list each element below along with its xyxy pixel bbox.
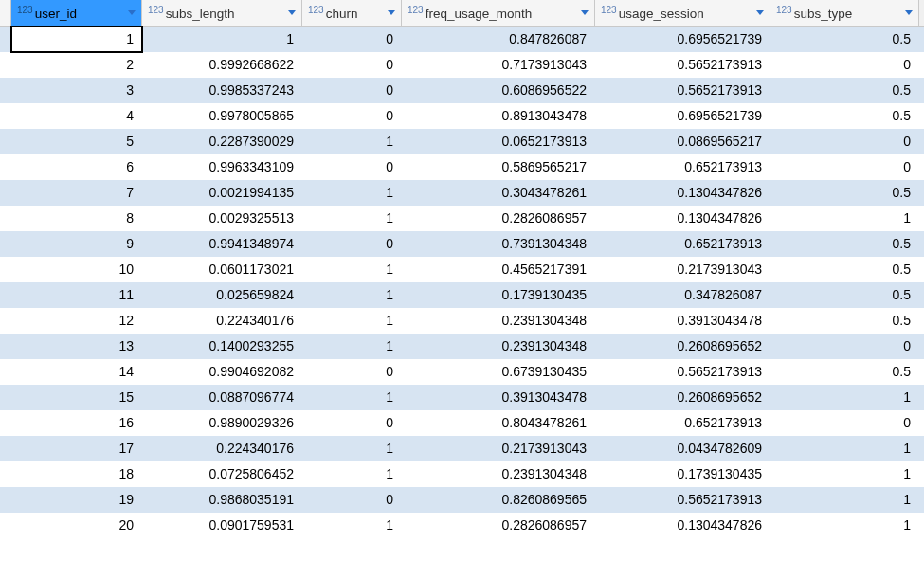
cell-usage_session[interactable]: 0.652173913	[595, 410, 770, 436]
cell-user_id[interactable]: 19	[11, 487, 142, 513]
cell-usage_session[interactable]: 0.347826087	[595, 282, 770, 308]
cell-churn[interactable]: 0	[302, 27, 402, 52]
cell-subs_length[interactable]: 0.9992668622	[142, 52, 302, 78]
cell-freq_usage_month[interactable]: 0.2826086957	[402, 513, 595, 538]
cell-freq_usage_month[interactable]: 0.6739130435	[402, 359, 595, 385]
cell-subs_type[interactable]: 0.5	[770, 359, 919, 385]
cell-user_id[interactable]: 15	[11, 385, 142, 410]
table-row[interactable]: 130.140029325510.23913043480.26086956520	[0, 334, 924, 359]
cell-churn[interactable]: 1	[302, 129, 402, 154]
cell-freq_usage_month[interactable]: 0.8260869565	[402, 487, 595, 513]
cell-subs_length[interactable]: 0.224340176	[142, 308, 302, 334]
table-row[interactable]: 90.994134897400.73913043480.6521739130.5	[0, 231, 924, 257]
cell-subs_length[interactable]: 0.0601173021	[142, 257, 302, 282]
cell-churn[interactable]: 0	[302, 154, 402, 180]
cell-user_id[interactable]: 11	[11, 282, 142, 308]
cell-user_id[interactable]: 2	[11, 52, 142, 78]
cell-subs_length[interactable]: 0.0725806452	[142, 461, 302, 487]
cell-subs_length[interactable]: 0.9978005865	[142, 103, 302, 129]
cell-freq_usage_month[interactable]: 0.847826087	[402, 27, 595, 52]
cell-churn[interactable]: 1	[302, 461, 402, 487]
cell-freq_usage_month[interactable]: 0.2173913043	[402, 436, 595, 461]
cell-usage_session[interactable]: 0.5652173913	[595, 78, 770, 103]
cell-usage_session[interactable]: 0.0434782609	[595, 436, 770, 461]
cell-freq_usage_month[interactable]: 0.1739130435	[402, 282, 595, 308]
cell-freq_usage_month[interactable]: 0.2391304348	[402, 334, 595, 359]
cell-subs_length[interactable]: 1	[142, 27, 302, 52]
cell-subs_length[interactable]: 0.025659824	[142, 282, 302, 308]
cell-subs_type[interactable]: 0	[770, 52, 919, 78]
cell-churn[interactable]: 1	[302, 513, 402, 538]
cell-subs_type[interactable]: 0	[770, 154, 919, 180]
data-grid[interactable]: 123user_id 123subs_length 123churn 123fr…	[0, 0, 924, 538]
cell-freq_usage_month[interactable]: 0.7173913043	[402, 52, 595, 78]
filter-dropdown-icon[interactable]	[388, 10, 395, 15]
cell-freq_usage_month[interactable]: 0.0652173913	[402, 129, 595, 154]
cell-freq_usage_month[interactable]: 0.8913043478	[402, 103, 595, 129]
cell-user_id[interactable]: 1	[11, 27, 142, 52]
cell-usage_session[interactable]: 0.1304347826	[595, 180, 770, 206]
cell-freq_usage_month[interactable]: 0.7391304348	[402, 231, 595, 257]
cell-churn[interactable]: 1	[302, 180, 402, 206]
cell-freq_usage_month[interactable]: 0.8043478261	[402, 410, 595, 436]
cell-subs_length[interactable]: 0.224340176	[142, 436, 302, 461]
cell-subs_length[interactable]: 0.1400293255	[142, 334, 302, 359]
cell-usage_session[interactable]: 0.3913043478	[595, 308, 770, 334]
cell-user_id[interactable]: 9	[11, 231, 142, 257]
table-row[interactable]: 150.088709677410.39130434780.26086956521	[0, 385, 924, 410]
cell-subs_type[interactable]: 1	[770, 487, 919, 513]
cell-subs_type[interactable]: 0	[770, 334, 919, 359]
column-header-user-id[interactable]: 123user_id	[11, 0, 142, 26]
filter-dropdown-icon[interactable]	[905, 10, 913, 15]
cell-user_id[interactable]: 12	[11, 308, 142, 334]
cell-subs_length[interactable]: 0.0021994135	[142, 180, 302, 206]
cell-user_id[interactable]: 3	[11, 78, 142, 103]
cell-churn[interactable]: 1	[302, 206, 402, 231]
table-row[interactable]: 40.997800586500.89130434780.69565217390.…	[0, 103, 924, 129]
cell-subs_type[interactable]: 1	[770, 385, 919, 410]
cell-subs_type[interactable]: 1	[770, 513, 919, 538]
cell-user_id[interactable]: 6	[11, 154, 142, 180]
cell-churn[interactable]: 1	[302, 308, 402, 334]
cell-user_id[interactable]: 16	[11, 410, 142, 436]
cell-usage_session[interactable]: 0.1304347826	[595, 206, 770, 231]
cell-freq_usage_month[interactable]: 0.2391304348	[402, 461, 595, 487]
column-header-subs-length[interactable]: 123subs_length	[142, 0, 302, 26]
cell-churn[interactable]: 0	[302, 78, 402, 103]
column-header-subs-type[interactable]: 123subs_type	[770, 0, 919, 26]
cell-usage_session[interactable]: 0.1304347826	[595, 513, 770, 538]
table-row[interactable]: 190.986803519100.82608695650.56521739131	[0, 487, 924, 513]
cell-churn[interactable]: 0	[302, 103, 402, 129]
cell-subs_length[interactable]: 0.9963343109	[142, 154, 302, 180]
cell-churn[interactable]: 1	[302, 257, 402, 282]
table-row[interactable]: 50.228739002910.06521739130.08695652170	[0, 129, 924, 154]
table-row[interactable]: 170.22434017610.21739130430.04347826091	[0, 436, 924, 461]
cell-user_id[interactable]: 17	[11, 436, 142, 461]
cell-usage_session[interactable]: 0.652173913	[595, 154, 770, 180]
cell-usage_session[interactable]: 0.5652173913	[595, 359, 770, 385]
cell-subs_type[interactable]: 1	[770, 461, 919, 487]
table-row[interactable]: 120.22434017610.23913043480.39130434780.…	[0, 308, 924, 334]
cell-usage_session[interactable]: 0.2173913043	[595, 257, 770, 282]
table-row[interactable]: 180.072580645210.23913043480.17391304351	[0, 461, 924, 487]
cell-user_id[interactable]: 20	[11, 513, 142, 538]
cell-churn[interactable]: 0	[302, 231, 402, 257]
cell-subs_length[interactable]: 0.9985337243	[142, 78, 302, 103]
cell-usage_session[interactable]: 0.2608695652	[595, 385, 770, 410]
cell-churn[interactable]: 1	[302, 334, 402, 359]
cell-subs_length[interactable]: 0.9868035191	[142, 487, 302, 513]
table-row[interactable]: 70.002199413510.30434782610.13043478260.…	[0, 180, 924, 206]
cell-usage_session[interactable]: 0.6956521739	[595, 103, 770, 129]
cell-subs_type[interactable]: 0.5	[770, 78, 919, 103]
table-row[interactable]: 100.060117302110.45652173910.21739130430…	[0, 257, 924, 282]
cell-subs_length[interactable]: 0.9890029326	[142, 410, 302, 436]
column-header-usage-session[interactable]: 123usage_session	[595, 0, 770, 26]
column-header-freq-usage-month[interactable]: 123freq_usage_month	[402, 0, 595, 26]
cell-freq_usage_month[interactable]: 0.5869565217	[402, 154, 595, 180]
cell-churn[interactable]: 1	[302, 436, 402, 461]
table-row[interactable]: 80.002932551310.28260869570.13043478261	[0, 206, 924, 231]
table-row[interactable]: 110.02565982410.17391304350.3478260870.5	[0, 282, 924, 308]
cell-user_id[interactable]: 4	[11, 103, 142, 129]
cell-subs_type[interactable]: 0.5	[770, 231, 919, 257]
cell-user_id[interactable]: 5	[11, 129, 142, 154]
